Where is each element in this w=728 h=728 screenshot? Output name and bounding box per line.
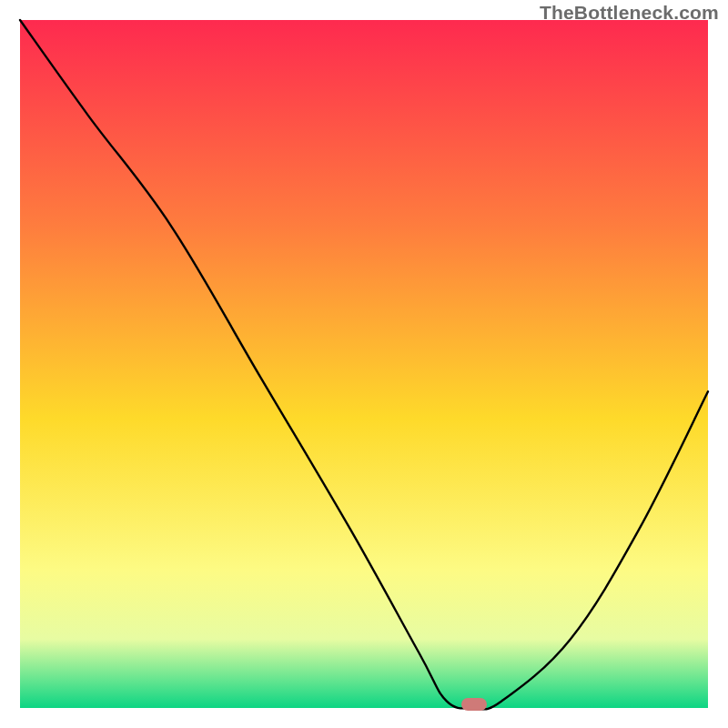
attribution-label: TheBottleneck.com [540, 2, 719, 24]
minimum-marker [461, 698, 487, 711]
chart-curve [20, 20, 708, 708]
chart-stage: TheBottleneck.com [0, 0, 728, 728]
